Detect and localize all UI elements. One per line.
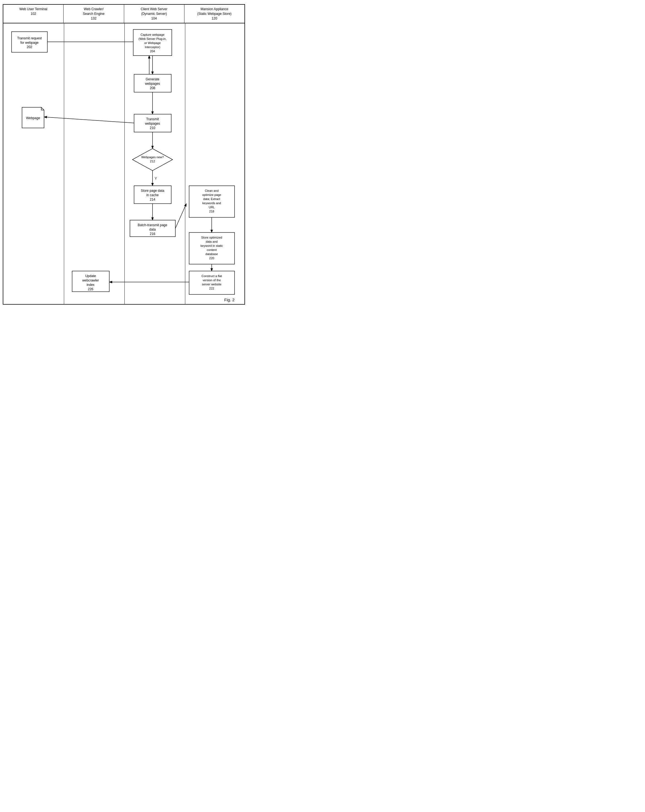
main-diagram: Web User Terminal102 Web Crawler/Search … <box>3 4 245 305</box>
svg-text:214: 214 <box>150 198 155 201</box>
col-header-webcrawler: Web Crawler/Search Engine132 <box>64 5 124 23</box>
svg-text:Generate: Generate <box>146 77 159 81</box>
col-header-mansion: Mansion Appliance(Static Webpage Store)1… <box>185 5 245 23</box>
svg-text:(Web Server Plug-in,: (Web Server Plug-in, <box>139 37 167 40</box>
svg-text:URL: URL <box>209 206 215 209</box>
svg-line-46 <box>175 204 186 228</box>
svg-text:optimize page: optimize page <box>202 193 221 197</box>
svg-text:keyword in static: keyword in static <box>200 244 223 247</box>
svg-text:in cache: in cache <box>147 193 159 197</box>
transmit-request-text: Transmit request <box>17 36 42 40</box>
svg-text:208: 208 <box>150 86 155 90</box>
svg-text:Clean and: Clean and <box>205 189 219 192</box>
fig-label: Fig. 2 <box>224 298 235 302</box>
svg-text:204: 204 <box>150 50 155 53</box>
col-header-client-server: Client Web Server(Dynamic Server)104 <box>124 5 185 23</box>
svg-text:Capture webpage: Capture webpage <box>141 33 165 36</box>
svg-text:Webpage: Webpage <box>26 116 40 120</box>
svg-text:218: 218 <box>209 210 214 213</box>
svg-text:index: index <box>87 283 95 287</box>
svg-text:database: database <box>205 252 218 256</box>
svg-text:Batch-transmit page: Batch-transmit page <box>138 223 167 227</box>
svg-text:Interceptor): Interceptor) <box>145 46 160 49</box>
svg-text:216: 216 <box>150 232 155 236</box>
col-header-web-user: Web User Terminal102 <box>3 5 64 23</box>
svg-text:data and: data and <box>206 240 218 243</box>
svg-text:Store optimized: Store optimized <box>201 236 222 239</box>
svg-text:Transmit: Transmit <box>146 117 159 121</box>
svg-text:data: data <box>149 227 156 231</box>
svg-text:version of the: version of the <box>203 278 221 282</box>
svg-text:220: 220 <box>209 256 214 260</box>
svg-text:Store page data: Store page data <box>141 189 164 192</box>
svg-text:for webpage: for webpage <box>20 41 38 44</box>
svg-text:content: content <box>207 248 217 252</box>
svg-text:webcrawler: webcrawler <box>82 278 99 282</box>
svg-text:202: 202 <box>27 45 32 49</box>
svg-text:210: 210 <box>150 126 155 130</box>
svg-text:212: 212 <box>150 160 155 163</box>
svg-text:Update: Update <box>86 274 96 278</box>
svg-text:data; Extract: data; Extract <box>203 197 220 201</box>
svg-text:server website: server website <box>202 282 222 286</box>
svg-text:webpages: webpages <box>145 122 160 125</box>
svg-line-33 <box>44 117 134 123</box>
svg-text:222: 222 <box>209 287 214 290</box>
svg-text:keywords and: keywords and <box>202 201 221 205</box>
svg-text:Construct a flat: Construct a flat <box>202 274 222 278</box>
svg-text:webpages: webpages <box>145 82 160 85</box>
svg-text:Webpages new?: Webpages new? <box>141 156 164 159</box>
svg-text:or Webpage: or Webpage <box>144 41 161 44</box>
y-label: Y <box>155 177 157 180</box>
svg-text:226: 226 <box>88 287 93 291</box>
